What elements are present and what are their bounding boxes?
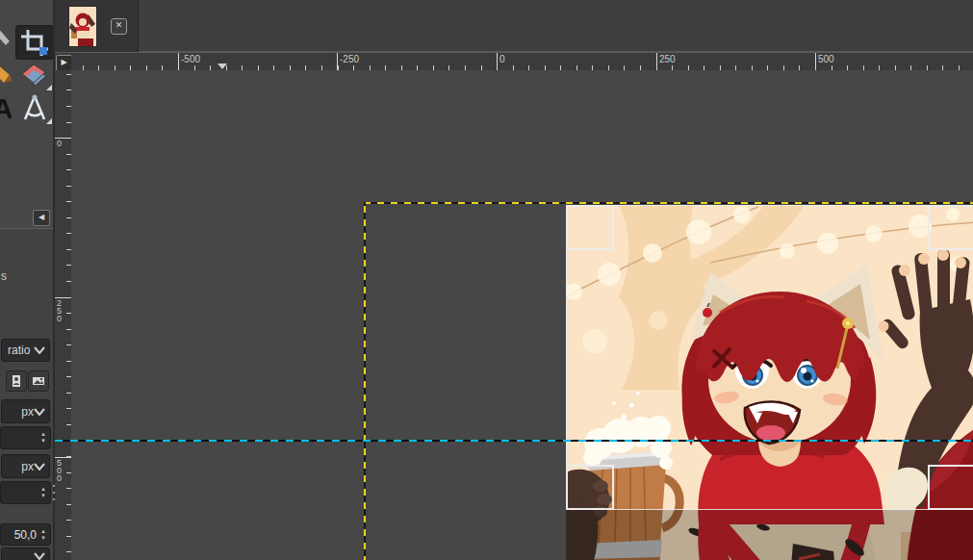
image-tab-strip bbox=[55, 0, 973, 52]
chevron-down-icon bbox=[34, 346, 45, 354]
hruler-label: 250 bbox=[659, 54, 676, 64]
app-window: ✕ A bbox=[0, 0, 973, 560]
canvas-menu-icon[interactable]: ▶ bbox=[56, 55, 72, 71]
layer-boundary-left bbox=[364, 202, 366, 560]
collapse-dock-icon[interactable]: ◀ bbox=[33, 210, 50, 226]
landscape-icon bbox=[32, 374, 45, 388]
chevron-down-icon bbox=[34, 552, 45, 560]
tab-close-icon[interactable]: ✕ bbox=[111, 18, 127, 35]
pencil-tool-icon[interactable] bbox=[0, 24, 15, 47]
size-unit-value: px bbox=[6, 460, 34, 473]
vertical-ruler[interactable]: 0250500 bbox=[55, 70, 71, 560]
measure-tool-button[interactable] bbox=[16, 92, 53, 125]
highlight-opacity-value: 50,0 bbox=[14, 528, 37, 542]
layer-boundary-top bbox=[364, 202, 973, 204]
highlight-opacity-spinner[interactable]: ▲ ▼ bbox=[37, 528, 50, 542]
tool-options-panel: s ratio px ▲ ▼ px bbox=[0, 228, 53, 560]
spin-down-icon[interactable]: ▼ bbox=[40, 493, 46, 499]
paint-tool-icon[interactable] bbox=[0, 62, 13, 87]
horizontal-guide[interactable] bbox=[55, 440, 973, 442]
chevron-down-icon bbox=[34, 463, 45, 471]
crop-icon bbox=[16, 26, 53, 59]
size-unit-combo[interactable]: px bbox=[1, 454, 50, 478]
tool-options-label-fragment: s bbox=[1, 269, 7, 283]
ruler-position-marker bbox=[218, 64, 227, 69]
size-entry[interactable]: ▲ ▼ bbox=[0, 481, 51, 504]
guides-combo[interactable] bbox=[1, 547, 50, 560]
position-entry[interactable]: ▲ ▼ bbox=[0, 426, 51, 449]
text-tool-icon[interactable]: A bbox=[0, 92, 12, 123]
landscape-orientation-button[interactable] bbox=[28, 370, 49, 392]
vruler-label: 250 bbox=[57, 299, 62, 322]
tool-group-indicator bbox=[46, 118, 52, 124]
eraser-tool-button[interactable] bbox=[16, 59, 53, 91]
spin-up-icon[interactable]: ▲ bbox=[40, 431, 46, 438]
crop-rectangle[interactable] bbox=[566, 205, 973, 510]
crop-handle-top-left[interactable] bbox=[566, 205, 614, 250]
hruler-label: 500 bbox=[818, 54, 834, 64]
crop-handle-top-right[interactable] bbox=[928, 205, 973, 250]
hruler-label: 0 bbox=[499, 54, 505, 64]
spin-down-icon[interactable]: ▼ bbox=[40, 438, 46, 445]
vruler-label: 0 bbox=[57, 140, 62, 147]
spin-up-icon[interactable]: ▲ bbox=[40, 528, 46, 535]
position-unit-value: px bbox=[6, 405, 34, 419]
chevron-down-icon bbox=[34, 408, 45, 416]
crop-handle-bottom-left[interactable] bbox=[566, 465, 614, 510]
highlight-opacity-spinbox[interactable]: 50,0 ▲ ▼ bbox=[0, 523, 51, 546]
aspect-ratio-value: ratio bbox=[6, 344, 34, 357]
canvas-area[interactable] bbox=[71, 70, 973, 560]
image-thumbnail[interactable] bbox=[69, 7, 96, 46]
spin-up-icon[interactable]: ▲ bbox=[40, 486, 46, 493]
spin-down-icon[interactable]: ▼ bbox=[40, 535, 46, 542]
vruler-label: 500 bbox=[57, 459, 62, 482]
position-unit-combo[interactable]: px bbox=[1, 399, 50, 423]
hruler-label: -250 bbox=[340, 54, 359, 64]
hruler-label: -500 bbox=[181, 54, 200, 64]
crop-handle-bottom-right[interactable] bbox=[928, 465, 973, 510]
aspect-ratio-combo[interactable]: ratio bbox=[1, 339, 50, 362]
portrait-icon bbox=[10, 374, 23, 388]
toolbox: A bbox=[0, 0, 53, 228]
position-spinner[interactable]: ▲ ▼ bbox=[37, 431, 50, 445]
tool-group-indicator bbox=[46, 85, 52, 90]
portrait-orientation-button[interactable] bbox=[6, 370, 27, 392]
crop-tool-button[interactable] bbox=[16, 26, 53, 59]
size-spinner[interactable]: ▲ ▼ bbox=[37, 486, 50, 499]
horizontal-ruler[interactable]: -500-2500250500 bbox=[71, 53, 973, 70]
